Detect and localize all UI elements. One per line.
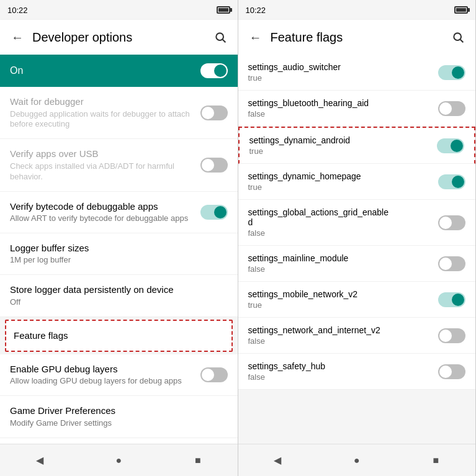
flag-content: settings_dynamic_homepage true: [248, 171, 439, 192]
item-content: Verify apps over USB Check apps installe…: [10, 148, 200, 182]
svg-point-0: [216, 33, 223, 40]
back-nav-right[interactable]: ◀: [265, 448, 290, 473]
back-nav-left[interactable]: ◀: [27, 448, 52, 473]
list-item[interactable]: settings_audio_switcher true: [238, 55, 476, 91]
flag-content: settings_mobile_network_v2 true: [248, 289, 439, 310]
item-subtitle: Allow ART to verify bytecode for debugga…: [10, 213, 200, 224]
item-title: Verify apps over USB: [10, 148, 200, 160]
toggle-thumb-main: [214, 65, 227, 77]
flag-content: settings_network_and_internet_v2 false: [248, 325, 439, 346]
page-title-right: Feature flags: [271, 30, 446, 45]
on-label: On: [10, 65, 200, 76]
flag-name: settings_dynamic_android: [249, 135, 438, 145]
flag-content: settings_dynamic_android true: [249, 135, 438, 156]
list-item[interactable]: settings_global_actions_grid_enabled fal…: [238, 200, 476, 246]
flag-content: settings_audio_switcher true: [248, 62, 439, 83]
flags-scroll[interactable]: settings_audio_switcher true settings_bl…: [238, 55, 476, 444]
item-title: Game Driver Preferences: [10, 405, 228, 417]
status-time-right: 10:22: [246, 6, 266, 15]
item-title: Enable GPU debug layers: [10, 363, 200, 375]
recents-nav-right[interactable]: ■: [423, 448, 448, 473]
flag-name: settings_safety_hub: [248, 361, 439, 371]
battery-icon-right: [454, 6, 468, 14]
flag-toggle[interactable]: [437, 138, 464, 153]
flag-toggle[interactable]: [438, 364, 465, 379]
item-toggle[interactable]: [200, 158, 228, 173]
list-item[interactable]: Wait for debugger Debugged application w…: [0, 87, 238, 139]
search-button-right[interactable]: [446, 25, 470, 50]
flag-toggle[interactable]: [438, 101, 465, 116]
right-panel: 10:22 ← Feature flags settings_audio_swi…: [238, 0, 477, 476]
home-nav-right[interactable]: ●: [344, 448, 369, 473]
list-item[interactable]: settings_network_and_internet_v2 false: [238, 318, 476, 354]
list-item[interactable]: Game Driver Preferences Modify Game Driv…: [0, 396, 238, 438]
flag-toggle[interactable]: [438, 328, 465, 343]
flag-name: settings_dynamic_homepage: [248, 171, 439, 181]
flag-value: false: [248, 372, 439, 382]
app-bar-left: ← Developer options: [0, 20, 238, 55]
item-title: Store logger data persistently on device: [10, 284, 228, 296]
item-subtitle: Check apps installed via ADB/ADT for har…: [10, 161, 200, 182]
on-header[interactable]: On: [0, 55, 238, 87]
list-item[interactable]: Logger buffer sizes 1M per log buffer: [0, 233, 238, 275]
list-item[interactable]: settings_safety_hub false: [238, 354, 476, 390]
list-item[interactable]: Verify bytecode of debuggable apps Allow…: [0, 192, 238, 233]
item-content: Feature flags: [14, 330, 224, 342]
flag-content: settings_global_actions_grid_enabled fal…: [248, 207, 439, 238]
status-bar-right: 10:22: [238, 0, 476, 20]
home-nav-left[interactable]: ●: [106, 448, 131, 473]
item-title: Verify bytecode of debuggable apps: [10, 200, 200, 213]
flag-toggle[interactable]: [438, 65, 465, 80]
item-subtitle: Debugged application waits for debugger …: [10, 109, 200, 130]
item-content: Enable GPU debug layers Allow loading GP…: [10, 363, 200, 387]
item-content: Wait for debugger Debugged application w…: [10, 96, 200, 130]
flag-content: settings_bluetooth_hearing_aid false: [248, 98, 439, 119]
flag-value: true: [248, 73, 439, 83]
page-title-left: Developer options: [32, 30, 208, 45]
item-title: Feature flags: [14, 330, 224, 342]
item-toggle[interactable]: [200, 205, 228, 220]
list-item[interactable]: Store logger data persistently on device…: [0, 275, 238, 317]
status-bar-left: 10:22: [0, 0, 238, 20]
flag-value: false: [248, 336, 439, 346]
item-subtitle: Allow loading GPU debug layers for debug…: [10, 376, 200, 387]
flag-toggle[interactable]: [438, 174, 465, 189]
list-item[interactable]: settings_mainline_module false: [238, 246, 476, 282]
recents-nav-left[interactable]: ■: [186, 448, 210, 473]
feature-flag-highlighted[interactable]: settings_dynamic_android true: [238, 127, 476, 164]
item-toggle[interactable]: [200, 106, 228, 120]
list-item[interactable]: Enable GPU debug layers Allow loading GP…: [0, 354, 238, 396]
list-item[interactable]: System Tracing: [0, 438, 238, 444]
list-item[interactable]: settings_mobile_network_v2 true: [238, 282, 476, 318]
item-content: Verify bytecode of debuggable apps Allow…: [10, 200, 200, 224]
svg-point-2: [454, 33, 461, 40]
feature-flags-item[interactable]: Feature flags: [5, 320, 233, 352]
flag-value: true: [249, 146, 438, 156]
flag-toggle[interactable]: [438, 256, 465, 271]
svg-line-3: [460, 40, 464, 43]
item-subtitle: 1M per log buffer: [10, 255, 228, 266]
item-subtitle: Modify Game Driver settings: [10, 418, 228, 429]
battery-icon-left: [217, 6, 230, 14]
main-toggle[interactable]: [200, 63, 228, 78]
flag-name: settings_bluetooth_hearing_aid: [248, 98, 439, 108]
flag-toggle[interactable]: [438, 215, 465, 230]
item-toggle[interactable]: [200, 367, 228, 382]
search-button-left[interactable]: [208, 25, 233, 50]
back-button-left[interactable]: ←: [5, 25, 30, 50]
flag-value: false: [248, 228, 439, 238]
list-item[interactable]: settings_bluetooth_hearing_aid false: [238, 91, 476, 127]
flag-value: true: [248, 300, 439, 310]
nav-bar-left: ◀ ● ■: [0, 444, 238, 476]
list-item[interactable]: Verify apps over USB Check apps installe…: [0, 139, 238, 191]
flag-name: settings_global_actions_grid_enabled: [248, 207, 439, 227]
flag-toggle[interactable]: [438, 292, 465, 307]
app-bar-right: ← Feature flags: [238, 20, 476, 55]
back-button-right[interactable]: ←: [243, 25, 268, 50]
list-item[interactable]: settings_dynamic_homepage true: [238, 164, 476, 200]
svg-line-1: [222, 40, 225, 43]
flag-value: false: [248, 264, 439, 274]
flag-value: false: [248, 109, 439, 119]
settings-scroll-left[interactable]: Wait for debugger Debugged application w…: [0, 87, 238, 444]
flag-content: settings_safety_hub false: [248, 361, 439, 382]
